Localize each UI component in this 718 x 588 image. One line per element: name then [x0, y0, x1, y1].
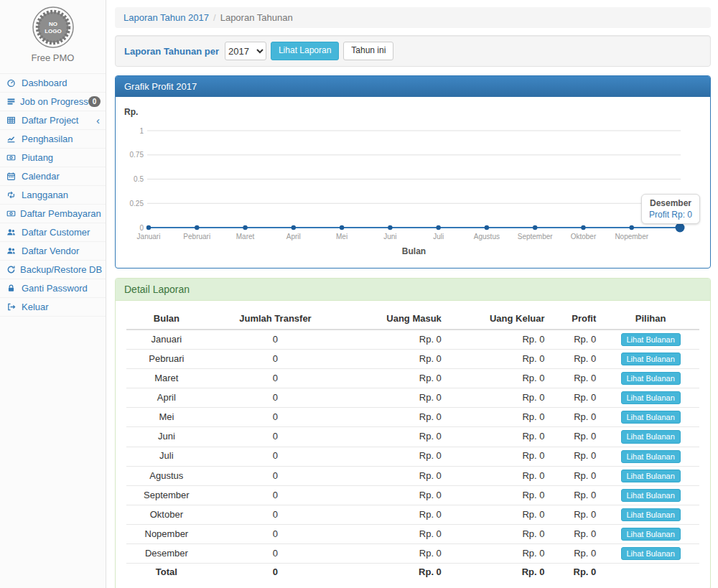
data-point-desember[interactable]	[676, 223, 685, 233]
col-header-4: Uang Keluar	[447, 308, 551, 330]
lihat-bulanan-button[interactable]: Lihat Bulanan	[621, 547, 681, 560]
cell: Rp. 0	[447, 524, 551, 543]
sidebar-item-piutang[interactable]: Piutang	[0, 149, 106, 167]
sidebar-item-calendar[interactable]: Calendar	[0, 167, 106, 186]
cell: Rp. 0	[344, 350, 447, 369]
cell: Nopember	[126, 524, 207, 543]
x-tick-label: Nopember	[615, 233, 648, 241]
y-tick-label: 0	[139, 224, 144, 232]
cell: Rp. 0	[550, 524, 602, 543]
sidebar-item-ganti-password[interactable]: Ganti Password	[0, 279, 106, 298]
x-tick-label: Oktober	[571, 233, 597, 241]
lihat-bulanan-button[interactable]: Lihat Bulanan	[621, 411, 681, 424]
cell: Oktober	[126, 505, 207, 524]
chevron-left-icon: ‹	[96, 117, 100, 124]
lihat-bulanan-button[interactable]: Lihat Bulanan	[621, 333, 681, 346]
brand-name: Free PMO	[0, 52, 106, 69]
lihat-bulanan-button[interactable]: Lihat Bulanan	[621, 470, 681, 482]
data-point-april[interactable]	[292, 225, 296, 230]
sidebar-menu: DashboardJob on Progress0Daftar Project‹…	[0, 73, 106, 317]
data-point-mei[interactable]	[340, 225, 344, 230]
lihat-bulanan-button[interactable]: Lihat Bulanan	[621, 391, 681, 404]
data-point-juli[interactable]	[436, 225, 440, 230]
sidebar-item-dashboard[interactable]: Dashboard	[0, 74, 106, 93]
cell: Rp. 0	[344, 524, 447, 543]
cell: Maret	[126, 369, 207, 388]
lihat-bulanan-button[interactable]: Lihat Bulanan	[621, 372, 681, 385]
cell: 0	[207, 524, 345, 543]
lihat-bulanan-button[interactable]: Lihat Bulanan	[621, 489, 681, 502]
sidebar-item-label: Daftar Vendor	[22, 246, 100, 256]
calendar-icon	[6, 172, 17, 181]
breadcrumb-item-1[interactable]: Laporan Tahun 2017	[123, 12, 209, 23]
data-point-oktober[interactable]	[581, 225, 585, 230]
action-cell: Lihat Bulanan	[602, 330, 699, 350]
total-row: Total0Rp. 0Rp. 0Rp. 0	[126, 564, 699, 582]
chart-panel-heading: Grafik Profit 2017	[116, 76, 710, 97]
profit-chart-svg: Rp.10.750.50.250JanuariPebruariMaretApri…	[123, 104, 703, 261]
col-header-1: Bulan	[126, 308, 207, 330]
cell: Rp. 0	[550, 350, 602, 369]
logo-text-line2: LOGO	[45, 28, 62, 34]
cell: Rp. 0	[550, 447, 602, 466]
x-tick-label: Mei	[336, 233, 348, 241]
cell: Januari	[126, 330, 207, 350]
data-point-pebruari[interactable]	[195, 225, 199, 230]
cell: 0	[207, 466, 345, 485]
sidebar-item-label: Dashboard	[22, 78, 100, 88]
sidebar-item-langganan[interactable]: Langganan	[0, 186, 106, 205]
sidebar-item-penghasilan[interactable]: Penghasilan	[0, 130, 106, 149]
data-point-agustus[interactable]	[485, 225, 489, 230]
action-cell: Lihat Bulanan	[602, 447, 699, 466]
cell: Rp. 0	[344, 466, 447, 485]
lihat-bulanan-button[interactable]: Lihat Bulanan	[621, 353, 681, 365]
x-tick-label: September	[518, 233, 554, 241]
year-select[interactable]: 2017	[225, 42, 266, 60]
data-point-juni[interactable]	[388, 225, 392, 230]
lihat-bulanan-button[interactable]: Lihat Bulanan	[621, 450, 681, 463]
lihat-bulanan-button[interactable]: Lihat Bulanan	[621, 508, 681, 521]
lihat-bulanan-button[interactable]: Lihat Bulanan	[621, 430, 681, 443]
main-content: Laporan Tahun 2017/Laporan Tahunan Lapor…	[106, 0, 718, 588]
sidebar-item-job-on-progress[interactable]: Job on Progress0	[0, 93, 106, 111]
lihat-laporan-button[interactable]: Lihat Laporan	[271, 42, 339, 60]
table-row: Juni0Rp. 0Rp. 0Rp. 0Lihat Bulanan	[126, 427, 699, 447]
data-point-maret[interactable]	[243, 225, 247, 230]
cell: Rp. 0	[550, 388, 602, 408]
cell: Rp. 0	[447, 447, 551, 466]
sidebar-item-keluar[interactable]: Keluar	[0, 298, 106, 317]
action-cell: Lihat Bulanan	[602, 427, 699, 447]
cell: Juni	[126, 427, 207, 447]
data-point-januari[interactable]	[146, 225, 151, 230]
total-cell: Total	[126, 564, 207, 582]
x-tick-label: Maret	[236, 233, 255, 241]
cell: 0	[207, 544, 345, 564]
cell: Rp. 0	[447, 485, 551, 505]
col-header-5: Profit	[550, 308, 602, 330]
action-cell: Lihat Bulanan	[602, 369, 699, 388]
data-point-september[interactable]	[533, 225, 537, 230]
sidebar: NO LOGO Free PMO DashboardJob on Progres…	[0, 0, 106, 588]
action-cell: Lihat Bulanan	[602, 388, 699, 408]
lihat-bulanan-button[interactable]: Lihat Bulanan	[621, 528, 681, 541]
sidebar-item-daftar-pembayaran[interactable]: Daftar Pembayaran	[0, 205, 106, 223]
sidebar-item-backup-restore-db[interactable]: Backup/Restore DB	[0, 261, 106, 279]
chart-panel: Grafik Profit 2017 Rp.10.750.50.250Janua…	[115, 75, 711, 269]
cell: Pebruari	[126, 350, 207, 369]
sidebar-item-daftar-project[interactable]: Daftar Project‹	[0, 111, 106, 130]
total-cell: Rp. 0	[447, 564, 551, 582]
profit-line-chart: Rp.10.750.50.250JanuariPebruariMaretApri…	[123, 104, 703, 261]
cell: Rp. 0	[344, 408, 447, 427]
table-row: April0Rp. 0Rp. 0Rp. 0Lihat Bulanan	[126, 388, 699, 408]
sidebar-item-daftar-customer[interactable]: Daftar Customer	[0, 223, 106, 242]
table-row: Agustus0Rp. 0Rp. 0Rp. 0Lihat Bulanan	[126, 466, 699, 485]
sidebar-item-label: Daftar Pembayaran	[20, 208, 101, 219]
cell: Rp. 0	[447, 544, 551, 564]
data-point-nopember[interactable]	[630, 225, 634, 230]
tahun-ini-button[interactable]: Tahun ini	[343, 42, 393, 60]
sidebar-item-label: Langganan	[22, 190, 100, 200]
x-tick-label: Pebruari	[183, 233, 210, 241]
y-tick-label: 1	[139, 127, 144, 135]
detail-panel-heading: Detail Laporan	[116, 279, 710, 301]
sidebar-item-daftar-vendor[interactable]: Daftar Vendor	[0, 242, 106, 261]
